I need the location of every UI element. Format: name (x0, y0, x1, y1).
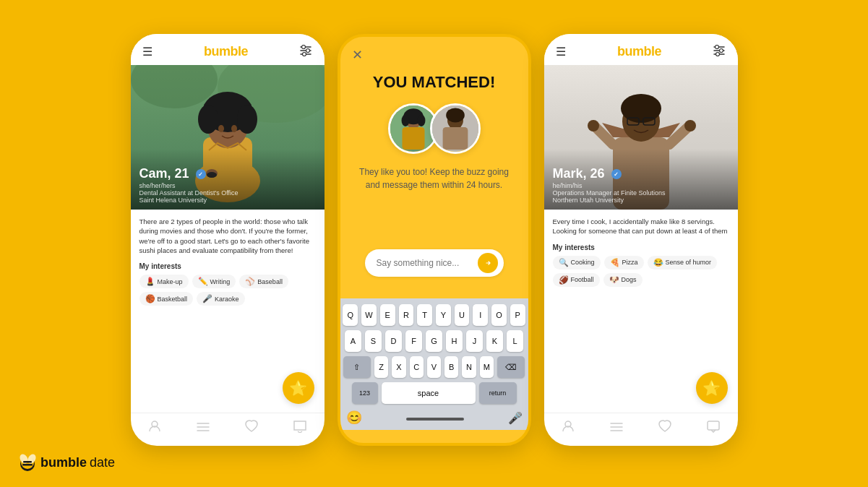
nav-profile-right[interactable] (561, 419, 575, 437)
filter-icon[interactable] (299, 45, 312, 59)
verified-badge-cam (196, 169, 206, 179)
key-l[interactable]: L (507, 330, 523, 352)
key-a[interactable]: A (345, 330, 361, 352)
star-button-left[interactable]: ⭐ (283, 372, 314, 404)
key-d[interactable]: D (385, 330, 402, 352)
key-delete[interactable]: ⌫ (497, 356, 525, 378)
brand-name: bumble (40, 455, 87, 470)
match-subtitle: They like you too! Keep the buzz going a… (355, 165, 514, 191)
nav-matches-right[interactable] (609, 421, 624, 436)
interest-karaoke: 🎤 Karaoke (197, 292, 245, 306)
key-w[interactable]: W (361, 304, 377, 326)
nav-profile-left[interactable] (147, 419, 162, 437)
key-j[interactable]: J (466, 330, 483, 352)
interest-dogs: 🐶 Dogs (603, 273, 643, 287)
interest-basketball: 🏀 Basketball (139, 292, 194, 306)
match-avatar-mark (430, 103, 481, 154)
nav-messages-right[interactable] (706, 420, 721, 436)
key-t[interactable]: T (417, 304, 432, 326)
phone-nav-right (544, 413, 738, 446)
key-shift[interactable]: ⇧ (343, 356, 371, 378)
interests-title-right: My interests (553, 244, 729, 251)
profile-photo-cam: Cam, 21 she/her/hers Dental Assistant at… (131, 65, 325, 210)
nav-messages-left[interactable] (293, 420, 307, 436)
svg-point-44 (621, 94, 661, 123)
key-b[interactable]: B (444, 356, 458, 378)
profile-photo-mark: Mark, 26 he/him/his Operations Manager a… (544, 65, 738, 210)
svg-point-39 (716, 52, 720, 56)
key-z[interactable]: Z (374, 356, 388, 378)
key-n[interactable]: N (462, 356, 476, 378)
key-s[interactable]: S (365, 330, 382, 352)
interests-list-left: 💄 Make-up ✏️ Writing ⚾ Baseball 🏀 (139, 275, 316, 306)
nav-matches-left[interactable] (196, 421, 210, 436)
interest-humor: 😂 Sense of humor (648, 256, 718, 270)
emoji-button[interactable]: 😊 (346, 410, 362, 426)
key-u[interactable]: U (455, 304, 470, 326)
svg-point-3 (302, 45, 306, 48)
phone-left: ☰ bumble (131, 34, 325, 446)
profile-lower-right: Every time I cook, I accidentally make l… (544, 210, 738, 446)
profile-pronouns-cam: she/her/hers (139, 182, 316, 189)
bottom-brand: bumble date (17, 452, 115, 473)
interest-baseball: ⚾ Baseball (239, 275, 288, 288)
svg-point-5 (303, 52, 306, 56)
menu-icon-right[interactable]: ☰ (556, 45, 566, 59)
profile-bio-mark: Every time I cook, I accidentally make l… (553, 217, 729, 236)
key-space[interactable]: space (382, 382, 476, 404)
interests-title-left: My interests (139, 262, 316, 270)
key-return[interactable]: return (479, 382, 517, 404)
keyboard: Q W E R T Y U I O P A S D F G H J K L (340, 298, 528, 430)
phone-nav-left (131, 413, 325, 446)
key-r[interactable]: R (399, 304, 414, 326)
keyboard-bottom-row: 😊 🎤 (343, 408, 525, 427)
phone-right: ☰ bumble (544, 34, 738, 446)
svg-point-26 (401, 115, 409, 126)
profile-bio-cam: There are 2 types of people in the world… (139, 217, 316, 255)
verified-badge-mark (611, 169, 622, 179)
interest-pizza: 🍕 Pizza (604, 256, 644, 270)
key-p[interactable]: P (510, 304, 525, 326)
nav-like-left[interactable] (244, 420, 259, 436)
message-input-area[interactable] (365, 249, 504, 277)
key-k[interactable]: K (486, 330, 503, 352)
key-h[interactable]: H (446, 330, 463, 352)
match-avatars (388, 103, 481, 154)
nav-like-right[interactable] (658, 420, 672, 436)
key-v[interactable]: V (427, 356, 441, 378)
key-e[interactable]: E (380, 304, 395, 326)
home-bar (406, 418, 464, 421)
key-y[interactable]: Y (436, 304, 451, 326)
bumble-logo-right: bumble (617, 44, 661, 59)
profile-job-cam: Dental Assistant at Dentist's Office (139, 189, 316, 197)
key-q[interactable]: Q (343, 304, 358, 326)
key-o[interactable]: O (491, 304, 507, 326)
key-i[interactable]: I (473, 304, 488, 326)
menu-icon[interactable]: ☰ (142, 45, 152, 59)
svg-point-31 (446, 108, 465, 122)
mic-button[interactable]: 🎤 (508, 411, 523, 425)
phones-container: ☰ bumble (131, 34, 738, 446)
profile-school-mark: Northern Utah University (553, 197, 729, 204)
phone-left-header: ☰ bumble (131, 34, 325, 65)
key-f[interactable]: F (405, 330, 422, 352)
key-nums[interactable]: 123 (352, 382, 378, 404)
close-button[interactable]: ✕ (352, 47, 363, 63)
svg-point-27 (417, 115, 425, 126)
interest-makeup: 💄 Make-up (139, 275, 189, 288)
interest-writing: ✏️ Writing (192, 275, 236, 288)
keyboard-row-4: 123 space return (343, 382, 525, 404)
key-x[interactable]: X (392, 356, 405, 378)
key-g[interactable]: G (426, 330, 442, 352)
profile-job-mark: Operations Manager at Finite Solutions (553, 189, 729, 197)
key-m[interactable]: M (480, 356, 494, 378)
filter-icon-right[interactable] (713, 45, 726, 59)
profile-info-overlay-mark: Mark, 26 he/him/his Operations Manager a… (544, 149, 738, 210)
key-c[interactable]: C (410, 356, 424, 378)
svg-point-16 (231, 125, 237, 132)
star-button-right[interactable]: ⭐ (696, 372, 728, 404)
send-button[interactable] (478, 253, 498, 273)
brand-logo: bumble date (17, 452, 115, 473)
svg-point-4 (306, 48, 310, 52)
profile-name-mark: Mark, 26 (553, 166, 729, 181)
